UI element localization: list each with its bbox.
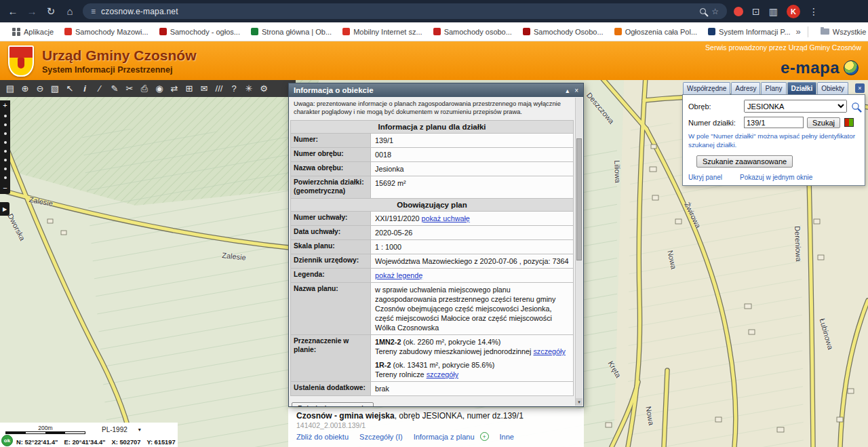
row-value: brak	[371, 382, 573, 395]
single-window-link[interactable]: Pokazuj w jednym oknie	[740, 174, 812, 181]
bookmark-item[interactable]: Ogłoszenia cała Pol...	[609, 26, 703, 38]
url-text[interactable]: czosnow.e-mapa.net	[101, 7, 694, 16]
advanced-search-button[interactable]: Szukanie zaawansowane	[696, 155, 793, 168]
scroll-down-icon[interactable]: ▾	[576, 398, 583, 406]
browser-menu-icon[interactable]: ⋮	[809, 6, 818, 17]
projection-select[interactable]: PL-1992 ▾	[102, 426, 141, 433]
back-icon[interactable]: ←	[7, 5, 19, 17]
forward-icon[interactable]: →	[26, 5, 38, 17]
search-icon[interactable]	[852, 102, 859, 109]
draw-icon[interactable]: ✎	[108, 82, 121, 95]
service-note: Serwis prowadzony przez Urząd Gminy Czos…	[705, 43, 861, 52]
row-label: Przeznaczenie w planie:	[291, 335, 371, 381]
zoom-in-button[interactable]: +	[3, 101, 7, 110]
dialog-scrollbar[interactable]: ▾	[575, 98, 583, 406]
favicon	[251, 28, 258, 35]
show-plan-on-map-button[interactable]: Pokaż plan na mapie	[292, 402, 374, 406]
details-link[interactable]: Szczegóły (I)	[359, 433, 403, 441]
search-button[interactable]: Szukaj	[807, 117, 840, 128]
panel-close-icon[interactable]: ×	[855, 83, 865, 93]
adblock-extension-icon[interactable]	[734, 7, 743, 16]
other-link[interactable]: Inne	[500, 433, 514, 441]
tab-dzialki[interactable]: Działki	[787, 82, 817, 94]
site-settings-icon[interactable]: ≡	[91, 7, 96, 16]
row-label: Data uchwały:	[291, 226, 371, 239]
all-bookmarks-button[interactable]: Wszystkie zakładki	[815, 26, 868, 38]
row-value: w sprawie uchwalenia miejscowego planu z…	[371, 283, 573, 334]
hatching-icon[interactable]: ///	[213, 82, 225, 95]
more-plus-icon[interactable]: +	[480, 432, 489, 441]
zoom-in-icon[interactable]: ⊕	[19, 82, 31, 95]
street-label: Dereniowa	[793, 226, 803, 262]
bookmark-item[interactable]: Samochody Mazowi...	[59, 26, 154, 38]
compare-icon[interactable]: ⇄	[168, 82, 180, 95]
bookmark-item[interactable]: Samochody osobo...	[428, 26, 517, 38]
side-panel-toggle[interactable]: ▶	[0, 202, 9, 216]
bookmark-star-icon[interactable]: ☆	[711, 7, 719, 16]
tab-wspolrzedne[interactable]: Współrzędne	[683, 82, 730, 94]
chevron-down-icon[interactable]: ▾	[138, 427, 141, 433]
bookmark-item[interactable]: Samochody - ogłos...	[154, 26, 245, 38]
settings-gear-icon[interactable]: ⚙	[258, 82, 270, 95]
scrollbar-thumb[interactable]	[576, 138, 582, 260]
zoom-steps[interactable]	[4, 110, 7, 184]
identify-icon[interactable]: i	[79, 82, 91, 95]
collapse-icon[interactable]: ▴	[566, 87, 569, 94]
tab-plany[interactable]: Plany	[761, 82, 786, 94]
zoom-slider[interactable]: + −	[0, 100, 10, 194]
section-plan-header: Obowiązujący plan	[291, 199, 573, 212]
details-link[interactable]: szczegóły	[533, 347, 565, 355]
side-panel-icon[interactable]: ▥	[769, 6, 778, 17]
zoom-out-button[interactable]: −	[3, 184, 7, 193]
layers-icon[interactable]: ▤	[4, 82, 16, 95]
bookmark-item[interactable]: System Informacji P...	[703, 26, 796, 38]
map-area[interactable]: Dworska Zalesie Zalesie Deszczowa Liliow…	[0, 80, 868, 447]
measure-icon[interactable]: ∕	[94, 82, 106, 95]
profile-avatar[interactable]: K	[787, 5, 800, 18]
row-value: 0018	[371, 148, 573, 161]
zoom-to-object-link[interactable]: Zbliż do obiektu	[296, 433, 349, 441]
extensions-puzzle-icon[interactable]: ⊡	[752, 6, 760, 17]
pointer-icon[interactable]: ↖	[64, 82, 76, 95]
bookmark-item[interactable]: Samochody Osobo...	[517, 26, 609, 38]
tab-adresy[interactable]: Adresy	[731, 82, 760, 94]
help-icon[interactable]: ?	[228, 82, 240, 95]
details-link[interactable]: szczegóły	[427, 370, 458, 378]
panels-icon[interactable]: ⊞	[183, 82, 195, 95]
messages-icon[interactable]: ✉	[198, 82, 210, 95]
zoom-out-icon[interactable]: ⊖	[34, 82, 46, 95]
bookmark-item[interactable]: Strona główna | Ob...	[245, 26, 337, 38]
zoom-window-icon[interactable]: ▧	[49, 82, 61, 95]
panel-links: Ukryj panel Pokazuj w jednym oknie	[688, 174, 859, 181]
favicon	[708, 28, 715, 35]
reload-icon[interactable]: ↻	[45, 5, 57, 18]
obreb-select[interactable]: JESIONKA	[744, 100, 847, 113]
dialog-titlebar[interactable]: Informacja o obiekcie ▴ ×	[289, 83, 583, 97]
home-icon[interactable]: ⌂	[64, 5, 76, 17]
close-icon[interactable]: ×	[574, 87, 578, 94]
show-resolution-link[interactable]: pokaż uchwałę	[421, 214, 469, 222]
address-bar[interactable]: ≡ czosnow.e-mapa.net ☆	[83, 3, 727, 19]
zoom-level-icon[interactable]	[700, 8, 706, 14]
cut-icon[interactable]: ✂	[123, 82, 136, 95]
coord-y: Y: 615197	[146, 439, 175, 446]
tab-obiekty[interactable]: Obiekty	[817, 82, 848, 94]
bookmarks-right: » Wszystkie zakładki	[796, 26, 868, 38]
parcel-number-input[interactable]	[744, 117, 804, 128]
marker-icon[interactable]: ◉	[153, 82, 165, 95]
gmina-logo[interactable]	[8, 45, 34, 77]
bookmarks-overflow-icon[interactable]: »	[796, 26, 801, 37]
plan-destination-entry: 1MN2-2 (ok. 2260 m², pokrycie 14.4%) Ter…	[375, 337, 569, 356]
bookmark-label: Mobilny Internet sz...	[353, 28, 422, 36]
table-row: Legenda: pokaż legendę	[291, 269, 573, 283]
plan-info-link[interactable]: Informacja z planu	[414, 433, 475, 441]
show-legend-link[interactable]: pokaż legendę	[375, 271, 422, 279]
snapping-icon[interactable]: ✳	[243, 82, 255, 95]
bookmark-apps[interactable]: Aplikacje	[7, 26, 59, 38]
hide-panel-link[interactable]: Ukryj panel	[688, 174, 722, 181]
bookmark-item[interactable]: Mobilny Internet sz...	[337, 26, 428, 38]
row-label: Legenda:	[291, 269, 371, 282]
emapa-brand[interactable]: e-mapa	[781, 58, 859, 77]
greenok-badge[interactable]: ok	[1, 435, 13, 446]
print-icon[interactable]: ⎙	[138, 82, 151, 95]
